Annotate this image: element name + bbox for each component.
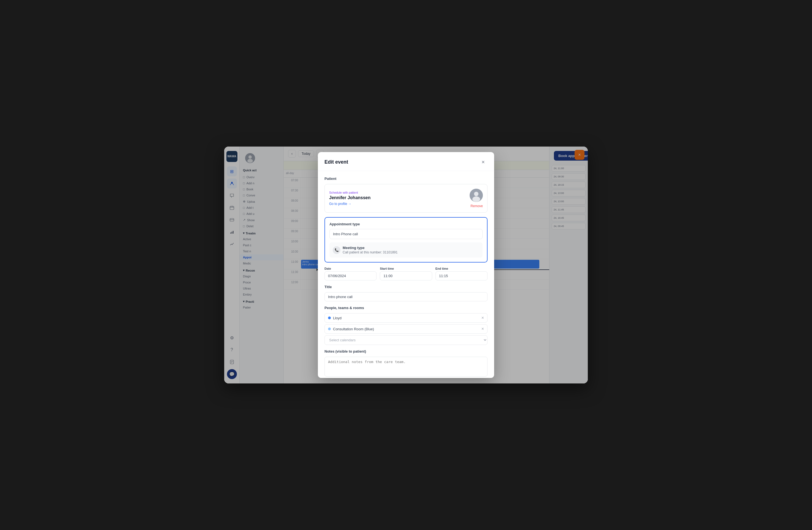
room-remove-button[interactable]: × [481,327,484,331]
people-section: People, teams & rooms Lloyd × Consultati… [324,306,488,345]
edit-event-modal: Edit event × Patient Schedule with patie… [318,152,494,378]
patient-name: Jennifer Johanssen [329,195,371,200]
title-section: Title [324,285,488,301]
patient-avatar [469,189,483,202]
svg-point-19 [473,197,480,202]
appt-type-label: Appointment type [330,222,482,226]
phone-icon: 📞 [333,246,340,254]
schedule-with-label: Schedule with patient [329,191,371,194]
date-label: Date [324,267,377,270]
date-input[interactable] [324,271,377,281]
notes-section-label: Notes (visible to patient) [324,349,488,354]
modal-title: Edit event [324,159,348,165]
select-calendars[interactable]: Select calendars [324,335,488,345]
app-container: WA WA ⊞ ⚙ ? 💬 [224,146,588,384]
meeting-type-row: 📞 Meeting type Call patient at this numb… [330,242,482,258]
notes-textarea[interactable] [324,357,488,376]
appointment-type-section: Appointment type 📞 Meeting type Call pat… [324,217,488,262]
lloyd-dot [328,316,331,319]
end-time-input[interactable] [435,271,488,281]
meeting-type-detail: Call patient at this number: 31101891 [343,250,397,254]
room-dot [328,328,331,330]
patient-actions: Remove [469,189,483,208]
people-section-label: People, teams & rooms [324,306,488,310]
patient-info: Schedule with patient Jennifer Johanssen… [329,191,371,206]
title-section-label: Title [324,285,488,289]
appt-type-input[interactable] [330,229,482,239]
date-field-group: Date [324,267,377,281]
go-to-profile-link[interactable]: Go to profile → [329,202,371,206]
start-time-label: Start time [380,267,432,270]
modal-body: Patient Schedule with patient Jennifer J… [318,171,494,378]
meeting-type-title: Meeting type [343,246,397,250]
start-time-field-group: Start time [380,267,432,281]
lloyd-tag: Lloyd × [324,313,488,323]
end-time-field-group: End time [435,267,488,281]
lloyd-remove-button[interactable]: × [481,316,484,320]
consultation-room-tag: Consultation Room (Blue) × [324,324,488,333]
notes-section: Notes (visible to patient) [324,349,488,378]
patient-section-label: Patient [324,176,488,181]
meeting-type-info: Meeting type Call patient at this number… [343,246,397,254]
end-time-label: End time [435,267,488,270]
lloyd-name: Lloyd [333,316,342,320]
start-time-input[interactable] [380,271,432,281]
modal-overlay: Edit event × Patient Schedule with patie… [224,146,588,384]
modal-header: Edit event × [318,152,494,171]
patient-card: Schedule with patient Jennifer Johanssen… [324,184,488,213]
datetime-row: Date Start time End time [324,267,488,281]
modal-close-button[interactable]: × [479,158,488,167]
svg-point-18 [474,192,478,196]
room-name: Consultation Room (Blue) [333,327,374,331]
title-input[interactable] [324,292,488,301]
remove-patient-button[interactable]: Remove [470,204,483,208]
